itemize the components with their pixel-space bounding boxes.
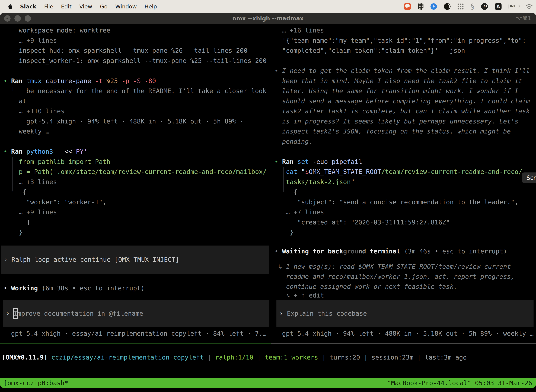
- tmux-session-name[interactable]: [omx-cczip0:bash*: [4, 378, 68, 388]
- flag: -p: [122, 77, 133, 84]
- prompt-input-left[interactable]: › Improve documentation in @filename: [3, 300, 269, 327]
- prompt-chevron-icon: ›: [279, 310, 287, 317]
- blue-bolt-icon[interactable]: ϟ: [431, 3, 437, 10]
- waiting-label-shimmer: grou: [343, 248, 358, 255]
- squiggle-icon[interactable]: §: [471, 3, 474, 10]
- screen-overlay-button[interactable]: Scre: [522, 173, 536, 183]
- quote: ": [301, 168, 305, 175]
- command-name: cat: [286, 168, 301, 175]
- window-title-bar: omx --xhigh --madmax ⌥⌘1: [0, 13, 536, 24]
- json-output-line: "worker": "worker-1",: [4, 197, 274, 207]
- thinking-line: should send a message before completing …: [274, 96, 536, 106]
- quote: ": [351, 178, 354, 186]
- shield-grid-icon[interactable]: [418, 3, 423, 10]
- json-output-line: }: [4, 227, 274, 238]
- command-output-line: gpt-5.4 xhigh · 94% left · 488K in · 5.1…: [4, 116, 274, 126]
- input-placeholder: mprove documentation in @filename: [17, 310, 143, 317]
- command-args: -euo pipefail: [313, 158, 362, 165]
- bolt-glyph: ϟ: [432, 4, 435, 9]
- a-label: A: [496, 4, 500, 9]
- separator: |: [254, 354, 265, 361]
- collapsed-lines-indicator: … +9 lines: [4, 36, 274, 46]
- menu-item-help[interactable]: Help: [144, 3, 157, 10]
- terminal-line: inspect_hud: omx sparkshell --tmux-pane …: [4, 46, 274, 56]
- menu-item-edit[interactable]: Edit: [61, 3, 72, 10]
- heredoc-operator: <<: [65, 148, 72, 155]
- ran-label: Ran: [11, 77, 26, 84]
- json-brace: {: [19, 188, 26, 196]
- thinking-line: task2 after task1 is complete, but can I…: [274, 106, 536, 116]
- letter-a-icon[interactable]: A: [495, 3, 502, 10]
- apple-menu-icon[interactable]: [8, 4, 13, 9]
- terminal-line: inspect_worker-1: omx sparkshell --tmux-…: [4, 56, 274, 66]
- omx-status-line: [OMX#0.11.9] cczip/essay/ai-reimplementa…: [2, 352, 467, 363]
- ran-tmux-command-line: • Ran tmux capture-pane -t %25 -p -S -80: [4, 76, 274, 86]
- menu-item-window[interactable]: Window: [115, 3, 137, 10]
- chat-app-icon[interactable]: [404, 3, 411, 10]
- prompt-input-right[interactable]: › Explain this codebase: [277, 300, 534, 327]
- wifi-icon[interactable]: [526, 4, 533, 9]
- collapsed-lines-indicator: … +16 lines: [274, 25, 536, 36]
- thinking-line: is in progress? It seems likely but perh…: [274, 116, 536, 126]
- thinking-line: later. Using the same for transition mig…: [274, 86, 536, 96]
- tool-call-connector: [13, 157, 13, 191]
- json-output-line: "created_at": "2026-03-31T11:59:27.816Z": [274, 217, 536, 227]
- flag: -80: [144, 77, 156, 84]
- pane-divider[interactable]: [271, 24, 271, 344]
- command-output-line: └ {: [4, 187, 274, 197]
- left-pane-bottom-border: [0, 344, 271, 344]
- mailbox-message-line: continue assigned work or next feasible …: [274, 281, 457, 292]
- chevron-icon: ›: [4, 256, 11, 263]
- crescent-icon[interactable]: [444, 3, 450, 10]
- command-output-line: └ be necessary for the end of the README…: [4, 86, 274, 96]
- command-output-line: weekly …: [4, 126, 274, 136]
- blank-line: [274, 146, 536, 157]
- menu-item-view[interactable]: View: [79, 3, 92, 10]
- collapsed-lines-indicator: … +7 lines: [274, 207, 536, 217]
- badge-label: ..61: [482, 5, 487, 8]
- prompt-chevron-icon: ›: [6, 310, 14, 317]
- collapsed-lines-indicator: … +9 lines: [4, 207, 274, 217]
- json-output-line: ]: [4, 217, 274, 227]
- thinking-line: pending.: [274, 136, 536, 147]
- right-pane-bottom-border: [271, 344, 536, 344]
- elbow-icon: └: [11, 188, 19, 196]
- file-path: /team/review-current-readme-and-reco/: [381, 168, 522, 175]
- heredoc-marker: 'PY': [72, 148, 87, 155]
- squiggle-glyph: §: [471, 3, 474, 10]
- separator: |: [204, 354, 215, 361]
- dots-grid-icon[interactable]: [458, 4, 464, 9]
- model-status-line: gpt-5.4 xhigh · 94% left · 488K in · 5.1…: [274, 328, 534, 339]
- menu-bar: Slack File Edit View Go Window Help ϟ § …: [0, 0, 536, 13]
- battery-icon[interactable]: ϟ: [509, 4, 518, 9]
- menu-item-file[interactable]: File: [44, 3, 53, 10]
- waiting-label: Waiting for back: [282, 248, 343, 255]
- dash-arg: -: [57, 148, 64, 155]
- edit-shortcut-hint: ⌥ + ↑ edit: [274, 290, 324, 300]
- input-placeholder: Explain this codebase: [287, 310, 367, 317]
- command-output-line: at: [4, 96, 274, 106]
- thinking-text: I need to get the claim token from the c…: [282, 67, 530, 74]
- working-label: Working: [11, 285, 42, 292]
- bullet-icon: •: [274, 248, 282, 255]
- input-line: › Improve documentation in @filename: [3, 308, 143, 319]
- flag: -t: [95, 77, 106, 84]
- ran-label: Ran: [282, 158, 297, 165]
- blank-line: [4, 66, 274, 76]
- blank-line: [4, 136, 274, 147]
- badge-61-icon[interactable]: ..61: [481, 3, 488, 10]
- elbow-icon: └: [282, 188, 290, 196]
- right-pane: … +16 lines '{"team_name":"my-team","tas…: [272, 24, 536, 238]
- env-var: OMX_TEAM_STATE_ROOT: [309, 168, 381, 175]
- text-cursor: I: [14, 308, 17, 319]
- last-activity: last:3m ago: [425, 354, 467, 361]
- separator: |: [318, 354, 330, 361]
- waiting-label: terminal: [366, 248, 404, 255]
- omx-repo-path: cczip/essay/ai-reimplementation-copyleft: [51, 354, 204, 361]
- menu-item-slack[interactable]: Slack: [20, 3, 36, 10]
- menu-item-go[interactable]: Go: [100, 3, 107, 10]
- thinking-line: • I need to get the claim token from the…: [274, 66, 536, 76]
- banner-line: › Ralph loop active continue [OMX_TMUX_I…: [1, 254, 179, 265]
- mailbox-message-line: readme-and-reco/mailbox/worker-1.json, a…: [274, 271, 515, 282]
- subcommand: capture-pane: [45, 77, 95, 84]
